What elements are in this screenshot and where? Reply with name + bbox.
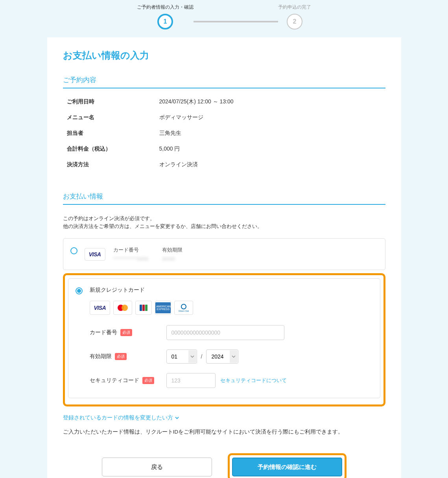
saved-card-expiry-value: 00/00: [162, 256, 183, 262]
payment-heading: お支払い情報: [63, 192, 385, 205]
new-card-radio[interactable]: [76, 287, 83, 294]
brand-row: VISA: [90, 301, 373, 315]
expiry-separator: /: [201, 353, 203, 360]
mastercard-icon: [113, 301, 132, 315]
saved-card-expiry-label: 有効期限: [162, 246, 183, 254]
label-method: 決済方法: [67, 161, 159, 168]
reservation-heading: ご予約内容: [63, 75, 385, 88]
visa-icon: VISA: [90, 301, 111, 315]
value-menu: ボディマッサージ: [159, 114, 203, 121]
step-2-label: 予約申込の完了: [278, 4, 311, 11]
expiry-month-select[interactable]: 01: [166, 349, 197, 364]
label-price: 合計料金（税込）: [67, 145, 159, 153]
card-number-label: カード番号 必須: [90, 329, 166, 336]
label-menu: メニュー名: [67, 114, 159, 121]
cvv-help-link[interactable]: セキュリティコードについて: [220, 377, 287, 384]
payment-note: この予約はオンライン決済が必須です。 他の決済方法をご希望の方は、メニューを変更…: [63, 215, 385, 230]
saved-card-option[interactable]: VISA カード番号 ************0000 有効期限 00/00: [63, 238, 385, 270]
reservation-table: ご利用日時 2024/07/25(木) 12:00 ～ 13:00 メニュー名 …: [63, 98, 385, 168]
page-title: お支払い情報の入力: [63, 49, 385, 62]
row-method: 決済方法 オンライン決済: [67, 161, 382, 168]
stepper: ご予約者情報の入力・確認 1 予約申込の完了 2: [0, 0, 448, 37]
visa-icon: VISA: [85, 248, 105, 261]
step-1-circle: 1: [157, 14, 173, 29]
required-badge: 必須: [142, 377, 154, 384]
amex-icon: AMERICANEXPRESS: [155, 301, 171, 315]
change-saved-card-link[interactable]: 登録されているカードの情報を変更したい方: [63, 414, 179, 421]
required-badge: 必須: [115, 353, 127, 360]
step-2-circle: 2: [287, 14, 302, 29]
proceed-highlight: 予約情報の確認に進む: [228, 453, 347, 478]
row-menu: メニュー名 ボディマッサージ: [67, 114, 382, 121]
step-2: 予約申込の完了 2: [278, 4, 311, 29]
step-1-label: ご予約者情報の入力・確認: [137, 4, 194, 11]
payment-note-line1: この予約はオンライン決済が必須です。: [63, 215, 385, 222]
new-card-title: 新規クレジットカード: [90, 287, 373, 294]
row-price: 合計料金（税込） 5,000 円: [67, 145, 382, 153]
value-datetime: 2024/07/25(木) 12:00 ～ 13:00: [159, 98, 234, 105]
main-card: お支払い情報の入力 ご予約内容 ご利用日時 2024/07/25(木) 12:0…: [47, 37, 401, 478]
new-card-highlight: 新規クレジットカード VISA: [63, 273, 385, 406]
row-datetime: ご利用日時 2024/07/25(木) 12:00 ～ 13:00: [67, 98, 382, 105]
step-1: ご予約者情報の入力・確認 1: [137, 4, 194, 29]
card-disclosure: ご入力いただいたカード情報は、リクルートIDをご利用可能なサイトにおいて決済を行…: [63, 428, 385, 436]
saved-card-number-value: ************0000: [113, 256, 149, 262]
value-method: オンライン決済: [159, 161, 198, 168]
cvv-input[interactable]: [166, 373, 216, 388]
button-row: 戻る 予約情報の確認に進む: [63, 453, 385, 478]
row-staff: 担当者 三角先生: [67, 130, 382, 137]
jcb-icon: [135, 301, 152, 315]
label-staff: 担当者: [67, 130, 159, 137]
cvv-label: セキュリティコード 必須: [90, 377, 166, 384]
diners-icon: Diners Club: [174, 301, 193, 315]
new-card-option[interactable]: 新規クレジットカード VISA: [68, 278, 380, 398]
label-datetime: ご利用日時: [67, 98, 159, 105]
card-number-input[interactable]: [166, 325, 284, 340]
required-badge: 必須: [120, 329, 132, 336]
payment-note-line2: 他の決済方法をご希望の方は、メニューを変更するか、店舗にお問い合わせください。: [63, 222, 385, 230]
value-staff: 三角先生: [159, 130, 181, 137]
value-price: 5,000 円: [159, 145, 180, 153]
saved-card-number-label: カード番号: [113, 246, 149, 254]
saved-card-radio[interactable]: [70, 247, 77, 254]
step-line: [194, 21, 278, 22]
chevron-down-icon: [175, 415, 179, 420]
proceed-button[interactable]: 予約情報の確認に進む: [232, 458, 342, 476]
expiry-year-select[interactable]: 2024: [206, 349, 238, 364]
expiry-label: 有効期限 必須: [90, 353, 166, 360]
back-button[interactable]: 戻る: [102, 458, 212, 476]
